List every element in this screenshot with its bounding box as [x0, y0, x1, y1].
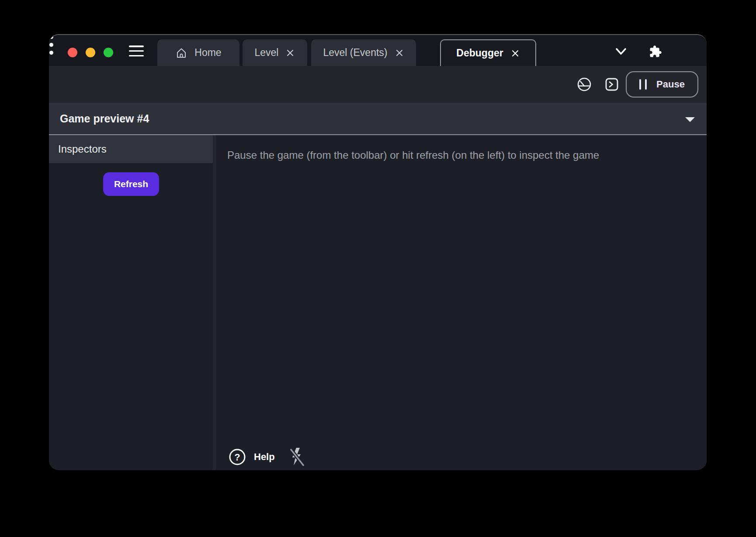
close-icon[interactable]	[285, 48, 295, 58]
debugger-window: Home Level Level (Events) Debugger	[49, 34, 707, 470]
performance-profiler-icon[interactable]	[577, 77, 592, 92]
pause-button-label: Pause	[656, 79, 685, 90]
pause-icon	[639, 79, 647, 90]
svg-text:?: ?	[234, 452, 240, 463]
pause-button[interactable]: Pause	[626, 71, 698, 98]
tab-label: Level	[255, 47, 279, 59]
more-options-kebab-icon[interactable]	[49, 35, 53, 55]
debugger-toolbar: Pause	[49, 66, 707, 103]
tab-label: Home	[194, 47, 221, 59]
window-controls	[68, 48, 113, 57]
inspectors-sidebar: Inspectors Refresh	[49, 135, 213, 470]
game-preview-title: Game preview #4	[60, 112, 149, 125]
chevron-down-icon[interactable]	[614, 46, 628, 57]
debugger-content: Inspectors Refresh Pause the game (from …	[49, 135, 707, 470]
close-icon[interactable]	[395, 48, 404, 58]
tab-debugger[interactable]: Debugger	[440, 39, 536, 66]
help-label: Help	[254, 451, 275, 463]
main-menu-icon[interactable]	[129, 45, 144, 56]
sidebar-divider[interactable]	[213, 135, 216, 470]
help-question-icon: ?	[229, 448, 246, 466]
tab-label: Level (Events)	[323, 47, 387, 59]
titlebar: Home Level Level (Events) Debugger	[49, 35, 707, 66]
close-window-button[interactable]	[68, 48, 77, 57]
tab-level[interactable]: Level	[243, 39, 307, 66]
minimize-window-button[interactable]	[86, 48, 95, 57]
flash-off-icon[interactable]	[289, 446, 305, 467]
tab-label: Debugger	[456, 47, 503, 59]
inspector-main-panel: Pause the game (from the toolbar) or hit…	[216, 135, 707, 470]
zoom-window-button[interactable]	[104, 48, 113, 57]
help-button[interactable]: ? Help	[229, 448, 275, 466]
home-icon	[175, 47, 187, 59]
console-icon[interactable]	[605, 77, 619, 91]
close-icon[interactable]	[510, 49, 520, 58]
caret-down-icon[interactable]	[683, 115, 697, 123]
refresh-button[interactable]: Refresh	[103, 172, 159, 196]
game-preview-selector[interactable]: Game preview #4	[49, 103, 707, 135]
inspectors-title: Inspectors	[58, 143, 107, 155]
tab-level-events[interactable]: Level (Events)	[311, 39, 416, 66]
inspectors-header: Inspectors	[49, 135, 213, 163]
debugger-footer: ? Help	[229, 446, 305, 467]
extensions-puzzle-icon[interactable]	[649, 45, 662, 58]
tab-home[interactable]: Home	[157, 39, 239, 66]
pause-hint-message: Pause the game (from the toolbar) or hit…	[227, 149, 599, 161]
